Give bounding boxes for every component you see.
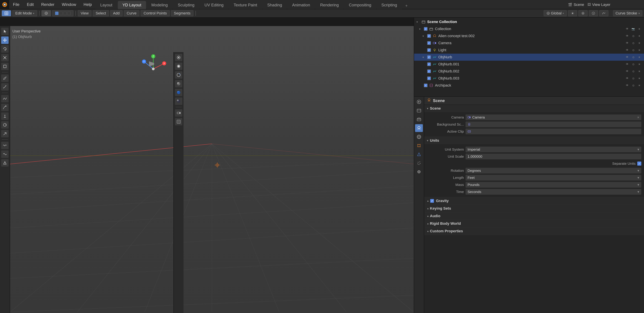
shrink-btn[interactable] (1, 159, 8, 166)
cursor-tool-btn[interactable] (1, 28, 8, 35)
add-curve-btn[interactable] (1, 95, 8, 102)
viewport-3d[interactable]: User Perspective (1) ObjNurb Y X (10, 26, 414, 313)
objnurb001-render-btn[interactable]: ☀ (637, 62, 642, 66)
archipack-render-btn[interactable]: ☀ (637, 83, 642, 88)
alien-render-btn[interactable]: ☀ (637, 34, 642, 38)
control-points-menu-btn[interactable]: Control Points (141, 10, 170, 16)
objnurb002-render-btn[interactable]: ☀ (637, 69, 642, 74)
alien-visibility[interactable]: ✓ (427, 34, 431, 38)
outliner-row-alien[interactable]: ▾ ✓ Alien concept test.002 👁 ⊙ ☀ (414, 32, 644, 40)
curve-menu-btn[interactable]: Curve (124, 10, 140, 16)
outliner-row-objnurb-001[interactable]: ✓ ObjNurb.001 👁 ⊙ ☀ (414, 61, 644, 68)
icon-group-1[interactable] (52, 10, 74, 16)
prop-modifier-btn[interactable] (415, 150, 423, 158)
editor-type-button[interactable] (2, 10, 11, 16)
segments-menu-btn[interactable]: Segments (171, 10, 194, 16)
section-gravity-header[interactable]: ▸ ✓ Gravity (424, 197, 644, 204)
objnurb-eye-btn[interactable]: 👁 (625, 55, 630, 60)
tab-rendering[interactable]: Rendering (316, 1, 344, 9)
alien-select-btn[interactable]: ⊙ (631, 34, 636, 38)
outliner-row-objnurb-003[interactable]: ✓ ObjNurb.003 👁 ⊙ ☀ (414, 75, 644, 82)
menu-render[interactable]: Render (38, 0, 58, 9)
archipack-eye-btn[interactable]: 👁 (625, 83, 630, 88)
transform-tool-btn[interactable] (1, 63, 8, 70)
camera-visibility[interactable]: ✓ (427, 41, 431, 45)
objnurb-render-btn[interactable]: ☀ (637, 55, 642, 60)
outliner-row-camera[interactable]: ✓ Camera 👁 ⊙ ☀ (414, 40, 644, 46)
section-keying-sets-header[interactable]: ▸ Keying Sets (424, 205, 644, 212)
tab-shading[interactable]: Shading (262, 1, 287, 9)
unit-system-dropdown[interactable]: Imperial (466, 146, 641, 152)
viewport-view-btn[interactable] (175, 54, 182, 61)
camera-eye-btn[interactable]: 👁 (625, 41, 630, 46)
extrude-btn[interactable] (1, 112, 8, 120)
select-menu-btn[interactable]: Select (93, 10, 109, 16)
camera-prop-x[interactable]: ✕ (637, 116, 639, 119)
add-menu-btn[interactable]: Add (110, 10, 122, 16)
shading-solid-btn[interactable] (175, 80, 182, 88)
light-visibility[interactable]: ✓ (427, 48, 431, 52)
tab-compositing[interactable]: Compositing (344, 1, 376, 9)
separate-units-checkbox[interactable]: ✓ (637, 162, 641, 166)
transform-toggle[interactable] (42, 10, 51, 16)
shading-rendered-btn[interactable] (175, 98, 182, 105)
prop-view-layer-btn[interactable] (415, 116, 423, 123)
section-custom-props-header[interactable]: ▸ Custom Properties (424, 228, 644, 235)
gravity-checkbox[interactable]: ✓ (430, 199, 434, 203)
light-select-btn[interactable]: ⊙ (631, 48, 636, 52)
pivot-point-btn[interactable] (568, 10, 577, 16)
outliner-row-collection[interactable]: ▾ ✓ Collection 👁 📷 ☀ (414, 26, 644, 32)
tilt-btn[interactable] (1, 130, 8, 137)
objnurb003-render-btn[interactable]: ☀ (637, 76, 642, 81)
length-dropdown[interactable]: Feet (466, 175, 641, 180)
prop-object-btn[interactable] (415, 142, 423, 150)
section-units-header[interactable]: ▾ Units (424, 137, 644, 144)
stroke-type-dropdown[interactable]: Curve Stroke ▾ (613, 10, 642, 16)
objnurb001-visibility[interactable]: ✓ (427, 62, 431, 66)
view-menu-btn[interactable]: View (78, 10, 92, 16)
objnurb002-eye-btn[interactable]: 👁 (625, 69, 630, 74)
proportional-edit-btn[interactable] (589, 10, 598, 16)
move-tool-btn[interactable] (1, 36, 8, 44)
scale-tool-btn[interactable] (1, 54, 8, 61)
shading-material-btn[interactable] (175, 89, 182, 96)
navigation-gizmo[interactable]: Y X Z (138, 54, 172, 88)
menu-edit[interactable]: Edit (23, 0, 38, 9)
annotate-btn[interactable] (1, 74, 8, 82)
archipack-visibility[interactable]: ✓ (424, 84, 428, 87)
outliner-row-light[interactable]: ✓ Light 👁 ⊙ ☀ (414, 46, 644, 54)
collection-render-btn[interactable]: ☀ (637, 26, 642, 31)
viewport-overlay-dropdown[interactable] (175, 71, 182, 79)
camera-render-btn[interactable]: ☀ (637, 41, 642, 46)
light-render-btn[interactable]: ☀ (637, 48, 642, 52)
outliner-row-archipack[interactable]: ✓ Archipack 👁 ⊙ ☀ (414, 82, 644, 89)
3d-cursor[interactable] (214, 162, 218, 166)
prop-physics-btn[interactable] (415, 168, 423, 176)
outliner-row-objnurb[interactable]: ▾ ✓ ObjNurb 👁 ⊙ ☀ (414, 54, 644, 61)
unit-scale-value[interactable]: 1.000000 (466, 154, 641, 159)
viewport-render-btn[interactable] (175, 62, 182, 70)
randomize-btn[interactable] (1, 142, 8, 149)
collection-visibility[interactable]: ✓ (424, 27, 428, 31)
tab-scripting[interactable]: Scripting (376, 1, 402, 9)
objnurb003-select-btn[interactable]: ⊙ (631, 76, 636, 81)
mode-dropdown[interactable]: Edit Mode ▾ (12, 10, 37, 16)
viewport-render-preview-btn[interactable] (175, 118, 182, 126)
transform-orient-dropdown[interactable]: Global ▾ (544, 10, 567, 16)
snap-toggle[interactable] (578, 10, 588, 16)
tab-layout[interactable]: Layout (96, 1, 117, 9)
tab-uv-editing[interactable]: UV Editing (200, 1, 228, 9)
collection-camera-btn[interactable]: 📷 (631, 26, 636, 31)
radius-btn[interactable] (1, 121, 8, 128)
tab-animation[interactable]: Animation (288, 1, 315, 9)
camera-prop-value[interactable]: Camera ✕ (466, 114, 641, 120)
prop-render-btn[interactable] (415, 98, 423, 106)
prop-world-btn[interactable] (415, 133, 423, 141)
menu-file[interactable]: File (9, 0, 23, 9)
objnurb-select-btn[interactable]: ⊙ (631, 55, 636, 60)
add-workspace-button[interactable]: + (403, 2, 410, 9)
viewport-camera-btn[interactable] (175, 109, 182, 117)
prop-output-btn[interactable] (415, 107, 423, 114)
tab-texture-paint[interactable]: Texture Paint (229, 1, 262, 9)
tab-yd-layout[interactable]: YD Layout (118, 1, 146, 9)
